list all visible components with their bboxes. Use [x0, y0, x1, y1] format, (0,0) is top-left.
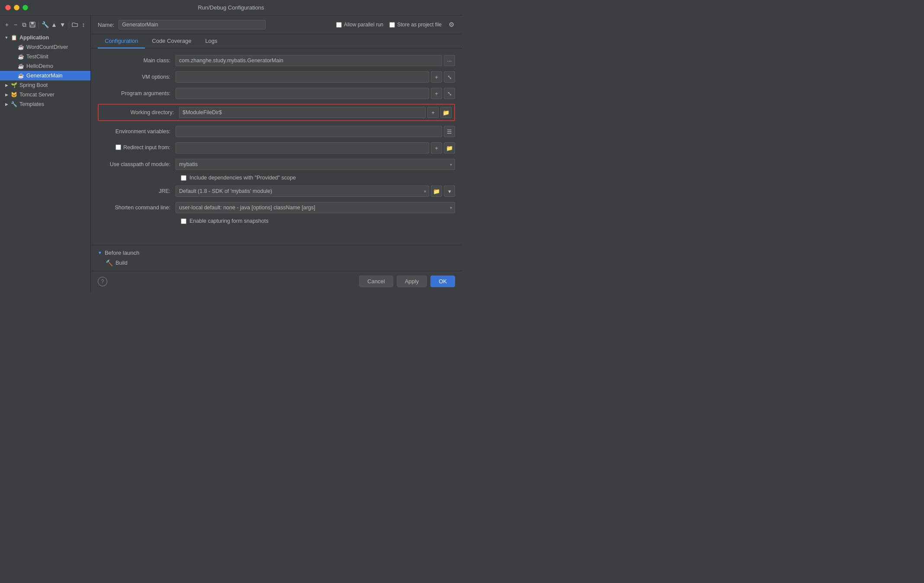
apply-button[interactable]: Apply: [397, 275, 427, 287]
folder-button[interactable]: [71, 20, 78, 29]
working-dir-add-button[interactable]: +: [427, 107, 439, 118]
tomcat-label: Tomcat Server: [19, 92, 55, 98]
before-launch-section: ▼ Before launch 🔨 Build: [91, 245, 462, 271]
working-dir-label: Working directory:: [101, 109, 179, 115]
jre-browse-button[interactable]: 📁: [431, 186, 442, 197]
sidebar-toolbar: + − ⧉ 🔧 ▲ ▼ ↕: [0, 18, 90, 31]
working-dir-row: Working directory: + 📁: [101, 106, 452, 119]
sort-button[interactable]: ↕: [80, 20, 87, 29]
config-tree: ▼ 📋 Application ▶ ☕ WordCountDriver ▶ ☕ …: [0, 33, 90, 289]
java-icon-hello: ☕: [17, 63, 24, 70]
sidebar-item-tomcat[interactable]: ▶ 🐱 Tomcat Server: [0, 90, 90, 99]
program-args-expand-button[interactable]: ⤡: [444, 88, 455, 99]
down-button[interactable]: ▼: [59, 20, 66, 29]
sidebar-item-generatormain[interactable]: ▶ ☕ GeneratorMain: [0, 71, 90, 80]
vm-options-label: VM options:: [98, 74, 176, 80]
svg-rect-1: [31, 22, 34, 24]
vm-options-expand-button[interactable]: ⤡: [444, 71, 455, 83]
tab-code-coverage[interactable]: Code Coverage: [145, 34, 198, 48]
redirect-browse-button[interactable]: 📁: [444, 142, 455, 154]
program-args-input[interactable]: [176, 88, 429, 99]
shorten-cmd-row: Shorten command line: user-local default…: [98, 202, 455, 214]
form-snapshots-checkbox[interactable]: [181, 218, 186, 224]
redirect-input-row: Redirect input from: + 📁: [98, 142, 455, 154]
minimize-button[interactable]: [14, 5, 19, 10]
classpath-label: Use classpath of module:: [98, 161, 176, 167]
program-args-label: Program arguments:: [98, 90, 176, 96]
tomcat-icon: 🐱: [10, 91, 17, 98]
working-dir-browse-button[interactable]: 📁: [440, 107, 452, 118]
env-vars-input[interactable]: [176, 126, 442, 137]
remove-config-button[interactable]: −: [12, 20, 19, 29]
help-button[interactable]: ?: [98, 277, 107, 286]
program-args-add-button[interactable]: +: [431, 88, 442, 99]
redirect-add-button[interactable]: +: [431, 142, 442, 154]
jre-select[interactable]: Default (1.8 - SDK of 'mybatis' module): [176, 186, 429, 197]
sidebar: + − ⧉ 🔧 ▲ ▼ ↕: [0, 16, 91, 292]
allow-parallel-label: Allow parallel run: [344, 22, 383, 28]
working-dir-highlighted: Working directory: + 📁: [98, 104, 455, 121]
up-button[interactable]: ▲: [51, 20, 58, 29]
templates-icon: 🔧: [10, 101, 17, 108]
classpath-select-wrapper: mybatis ▾: [176, 159, 455, 170]
close-button[interactable]: [5, 5, 11, 10]
sidebar-item-templates[interactable]: ▶ 🔧 Templates: [0, 99, 90, 109]
redirect-input-label-wrap: Redirect input from:: [98, 144, 176, 152]
name-label: Name:: [98, 22, 114, 28]
vm-options-row: VM options: + ⤡: [98, 71, 455, 83]
copy-config-button[interactable]: ⧉: [21, 20, 28, 29]
shorten-cmd-select[interactable]: user-local default: none - java [options…: [176, 202, 455, 213]
redirect-input-input[interactable]: [176, 142, 429, 154]
sidebar-item-wordcountdriver[interactable]: ▶ ☕ WordCountDriver: [0, 42, 90, 52]
tab-logs[interactable]: Logs: [198, 34, 224, 48]
redirect-input-checkbox[interactable]: [116, 144, 121, 150]
title-bar: Run/Debug Configurations: [0, 0, 462, 16]
sidebar-item-application[interactable]: ▼ 📋 Application: [0, 33, 90, 42]
java-icon-wordcount: ☕: [17, 44, 24, 51]
include-deps-row: Include dependencies with "Provided" sco…: [98, 175, 455, 181]
working-dir-input[interactable]: [179, 107, 426, 118]
vm-options-add-button[interactable]: +: [431, 71, 442, 83]
main-class-label: Main class:: [98, 58, 176, 64]
sidebar-item-testclinit[interactable]: ▶ ☕ TestClinit: [0, 52, 90, 61]
allow-parallel-checkbox[interactable]: [336, 22, 342, 28]
wrench-button[interactable]: 🔧: [42, 20, 49, 29]
include-deps-checkbox[interactable]: [181, 175, 186, 181]
add-config-button[interactable]: +: [3, 20, 10, 29]
form-snapshots-row: Enable capturing form snapshots: [98, 218, 455, 224]
tab-configuration[interactable]: Configuration: [98, 34, 145, 48]
maximize-button[interactable]: [22, 5, 28, 10]
templates-label: Templates: [19, 101, 44, 107]
springboot-label: Spring Boot: [19, 82, 48, 88]
working-dir-controls: + 📁: [179, 107, 452, 118]
cancel-button[interactable]: Cancel: [359, 275, 393, 287]
spring-boot-icon: 🌱: [10, 82, 17, 89]
name-input[interactable]: [119, 20, 266, 29]
redirect-input-label: Redirect input from:: [123, 144, 170, 151]
build-icon: 🔨: [106, 259, 113, 266]
main-class-browse-button[interactable]: ···: [444, 55, 455, 66]
env-vars-icon-button[interactable]: ☰: [444, 126, 455, 137]
store-project-group: Store as project file: [389, 22, 442, 28]
expand-arrow-tomcat: ▶: [3, 92, 10, 98]
vm-options-input[interactable]: [176, 71, 429, 83]
ok-button[interactable]: OK: [430, 275, 455, 287]
classpath-select[interactable]: mybatis: [176, 159, 455, 170]
save-config-button[interactable]: [29, 20, 36, 29]
traffic-lights: [5, 5, 28, 10]
main-class-input[interactable]: [176, 55, 442, 66]
before-launch-collapse-arrow[interactable]: ▼: [98, 250, 102, 255]
java-icon-generator: ☕: [17, 72, 24, 79]
name-right-controls: Allow parallel run Store as project file…: [336, 20, 455, 29]
expand-arrow-spring: ▶: [3, 82, 10, 88]
before-launch-header: ▼ Before launch: [98, 250, 455, 256]
jre-dropdown-button[interactable]: ▾: [444, 186, 455, 197]
gear-button[interactable]: ⚙: [448, 20, 455, 29]
jre-label: JRE:: [98, 188, 176, 194]
sidebar-item-springboot[interactable]: ▶ 🌱 Spring Boot: [0, 80, 90, 90]
svg-rect-2: [31, 25, 34, 27]
window-title: Run/Debug Configurations: [198, 4, 264, 11]
sidebar-item-hellodemo[interactable]: ▶ ☕ HelloDemo: [0, 61, 90, 71]
wordcountdriver-label: WordCountDriver: [26, 44, 68, 50]
store-project-checkbox[interactable]: [389, 22, 395, 28]
